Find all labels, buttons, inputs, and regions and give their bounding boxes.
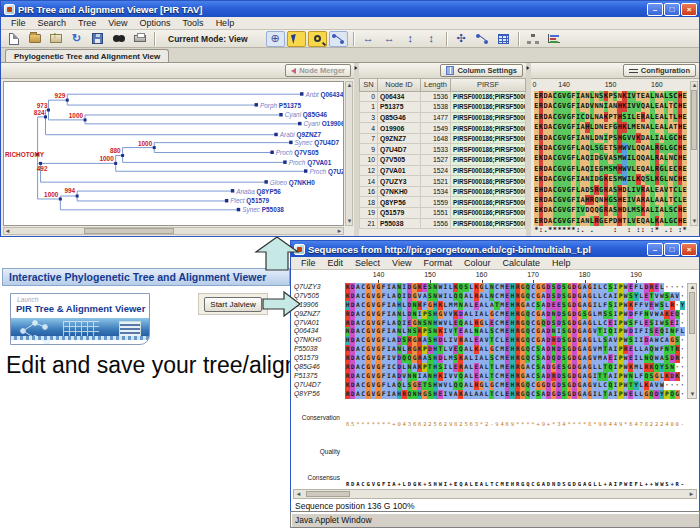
tree-leaf-label[interactable]: Gloeo Q7NKH0: [270, 179, 315, 187]
tree-leaf-label[interactable]: Synec Q7U4D7: [295, 139, 340, 147]
tree-leaf-label[interactable]: Porph P51375: [260, 102, 301, 110]
scroll-thumb[interactable]: [689, 292, 695, 334]
launch-banner[interactable]: Launch PIR Tree & Alignment Viewer: [10, 293, 150, 345]
table-row[interactable]: 14Q7UZY31521PIRSF000186;PIRSF500053: [360, 176, 526, 187]
menu-item-help[interactable]: Help: [210, 17, 241, 29]
view-mode-button[interactable]: [287, 31, 306, 47]
phylogenetic-tree[interactable]: 9299738241000492100088010001000994RICHOT…: [4, 82, 344, 226]
table-row[interactable]: 9Q7U4D71533PIRSF000186;PIRSF500053: [360, 144, 526, 155]
menu-item-view[interactable]: View: [102, 17, 133, 29]
residue-cell[interactable]: ·: [680, 381, 685, 390]
node-merger-button[interactable]: Node Merger: [285, 64, 351, 77]
tree-horizontal-scrollbar[interactable]: ◄ ►: [3, 227, 344, 235]
tree-canvas[interactable]: 9299738241000492100088010001000994RICHOT…: [3, 81, 344, 226]
scroll-left-icon[interactable]: ◄: [4, 228, 11, 235]
residue-cell[interactable]: ·: [680, 345, 685, 354]
tree-vertical-scrollbar[interactable]: ▲ ▼: [345, 81, 353, 226]
import-button[interactable]: [46, 31, 65, 47]
minimize-button[interactable]: –: [647, 243, 663, 256]
table-column-header[interactable]: Length: [421, 79, 451, 91]
table-row[interactable]: 18Q8YP561559PIRSF000186;PIRSF500053: [360, 197, 526, 208]
sequence-id[interactable]: Q06434: [291, 327, 345, 336]
table-row[interactable]: 4O199061549PIRSF000186;PIRSF500053: [360, 123, 526, 134]
menu-item-search[interactable]: Search: [32, 17, 73, 29]
table-row[interactable]: 16Q7NKH01534PIRSF000186;PIRSF500053: [360, 186, 526, 197]
tree-mode-button[interactable]: [329, 31, 348, 47]
table-row[interactable]: 1P513751538PIRSF000186;PIRSF500053: [360, 102, 526, 113]
menu-item-format[interactable]: Format: [417, 257, 458, 269]
scroll-thumb[interactable]: [84, 228, 174, 234]
expand-vertical-button[interactable]: ↕: [401, 31, 420, 47]
sequence-id[interactable]: Q7U4D7: [291, 381, 345, 390]
residue-cell[interactable]: ·: [680, 310, 685, 319]
zoom-mode-button[interactable]: [308, 31, 327, 47]
menu-item-select[interactable]: Select: [349, 257, 386, 269]
close-button[interactable]: ×: [681, 3, 697, 16]
tree-leaf-label[interactable]: Anbt Q06434: [304, 91, 343, 99]
menu-item-file[interactable]: File: [5, 17, 32, 29]
close-button[interactable]: ×: [681, 243, 697, 256]
table-row[interactable]: 3Q85G461477PIRSF000186;PIRSF500053: [360, 112, 526, 123]
scroll-down-icon[interactable]: ▼: [691, 218, 698, 225]
menu-item-tree[interactable]: Tree: [72, 17, 102, 29]
table-row[interactable]: 10Q7V5051527PIRSF000186;PIRSF500053: [360, 155, 526, 166]
table-row[interactable]: 7Q9ZNZ71648PIRSF000186;PIRSF500053: [360, 133, 526, 144]
table-row[interactable]: 19Q515791551PIRSF000186;PIRSF500053: [360, 208, 526, 219]
refresh-button[interactable]: ↻: [67, 31, 86, 47]
fit-view-button[interactable]: ✣: [452, 31, 471, 47]
tree-leaf-label[interactable]: Proch Q7VS05: [276, 149, 319, 157]
menu-item-colour[interactable]: Colour: [458, 257, 497, 269]
compress-horizontal-button[interactable]: ↔: [380, 31, 399, 47]
tab-phylogenetic-tree[interactable]: Phylogenetic Tree and Alignment View: [5, 49, 169, 62]
expand-horizontal-button[interactable]: ↔: [359, 31, 378, 47]
scroll-down-icon[interactable]: ▼: [689, 391, 696, 398]
scroll-left-icon[interactable]: ◄: [295, 491, 302, 498]
start-jalview-button[interactable]: Start Jalview: [204, 297, 261, 312]
residue-cell[interactable]: Y: [680, 301, 685, 310]
menu-item-tools[interactable]: Tools: [177, 17, 210, 29]
table-row[interactable]: 21P550381556PIRSF000186;PIRSF500053: [360, 218, 526, 229]
minimize-button[interactable]: –: [647, 3, 663, 16]
save-button[interactable]: [88, 31, 107, 47]
residue-cell[interactable]: ·: [680, 336, 685, 345]
residue-cell[interactable]: ·: [680, 390, 685, 399]
bar-chart-button[interactable]: [545, 31, 564, 47]
compress-vertical-button[interactable]: ↕: [422, 31, 441, 47]
sequence-id[interactable]: Q7VA01: [291, 319, 345, 328]
menu-item-view[interactable]: View: [386, 257, 417, 269]
find-button[interactable]: [109, 31, 128, 47]
new-document-button[interactable]: [4, 31, 23, 47]
table-view-button[interactable]: [494, 31, 513, 47]
table-column-header[interactable]: SN: [360, 79, 378, 91]
print-button[interactable]: [130, 31, 149, 47]
scroll-thumb[interactable]: [306, 491, 350, 497]
sequence-id[interactable]: P51375: [291, 372, 345, 381]
pan-mode-button[interactable]: ⊕: [266, 31, 285, 47]
tree-leaf-label[interactable]: Anaba Q8YP56: [235, 188, 281, 196]
jalview-vertical-scrollbar[interactable]: ▲ ▼: [687, 283, 697, 399]
residue-cell[interactable]: ·: [680, 319, 685, 328]
node-link-button[interactable]: [473, 31, 492, 47]
sequence-id[interactable]: P55038: [291, 345, 345, 354]
column-settings-button[interactable]: Column Settings: [440, 64, 523, 77]
org-chart-button[interactable]: [524, 31, 543, 47]
maximize-button[interactable]: □: [664, 3, 680, 16]
scroll-right-icon[interactable]: ►: [688, 491, 695, 498]
menu-item-help[interactable]: Help: [546, 257, 577, 269]
tree-leaf-label[interactable]: Proch Q7VA01: [289, 159, 332, 167]
tree-leaf-label[interactable]: Cyani Q85G46: [285, 111, 328, 119]
menu-item-options[interactable]: Options: [134, 17, 177, 29]
residue-cell[interactable]: ·: [680, 372, 685, 381]
scroll-up-icon[interactable]: ▲: [689, 284, 696, 291]
scroll-thumb[interactable]: [691, 90, 697, 150]
scroll-right-icon[interactable]: ►: [336, 228, 343, 235]
menu-item-edit[interactable]: Edit: [322, 257, 350, 269]
configuration-button[interactable]: Configuration: [623, 64, 696, 77]
table-column-header[interactable]: PIRSF: [451, 79, 526, 91]
sequence-id[interactable]: Q51579: [291, 354, 345, 363]
residue-cell[interactable]: ·: [680, 354, 685, 363]
table-row[interactable]: 12Q7VA011524PIRSF000186;PIRSF500053: [360, 165, 526, 176]
tree-leaf-label[interactable]: Arabi Q9ZNZ7: [279, 131, 322, 139]
sequence-id[interactable]: Q85G46: [291, 363, 345, 372]
scroll-down-icon[interactable]: ▼: [346, 218, 353, 225]
